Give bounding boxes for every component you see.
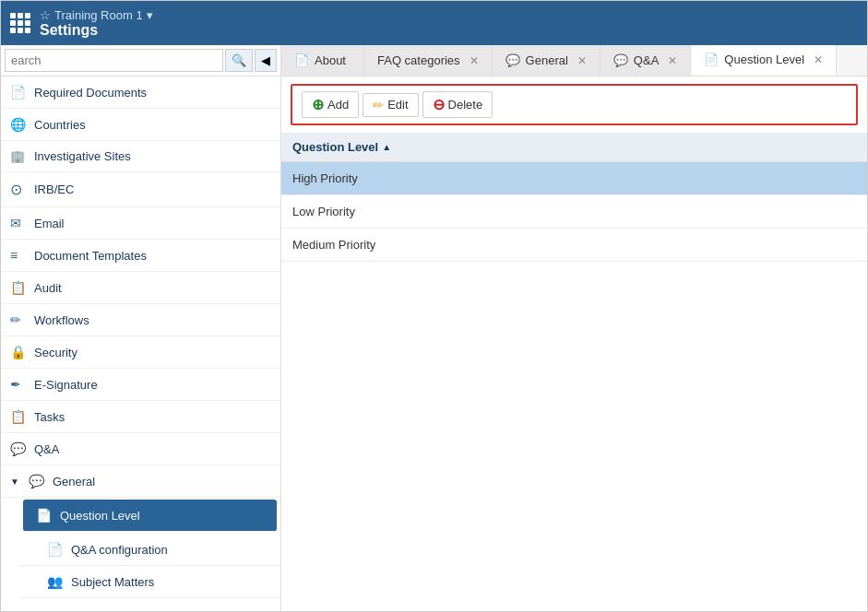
sidebar-item-label: Document Templates [34, 249, 147, 263]
sidebar-item-label: Tasks [34, 410, 65, 424]
document-templates-icon: ≡ [10, 248, 27, 263]
table-header: Question Level ▲ [281, 133, 867, 162]
general-icon: 💬 [29, 474, 45, 488]
tab-qna[interactable]: 💬 Q&A ✕ [600, 45, 691, 76]
tab-label: Question Level [724, 53, 804, 66]
e-signature-icon: ✒ [10, 377, 27, 392]
about-tab-icon: 📄 [294, 53, 309, 67]
investigative-sites-icon: 🏢 [10, 149, 27, 163]
countries-icon: 🌐 [10, 117, 27, 132]
tab-about[interactable]: 📄 About [281, 45, 364, 76]
sidebar-item-investigative-sites[interactable]: 🏢 Investigative Sites [1, 141, 280, 172]
main-area: 🔍 ◀ 📄 Required Documents 🌐 Countries 🏢 I… [1, 45, 867, 611]
sidebar-item-qna[interactable]: 💬 Q&A [1, 433, 280, 465]
top-bar: ☆ Training Room 1 ▾ Settings [1, 1, 867, 45]
qna-tab-icon: 💬 [613, 53, 628, 67]
add-button[interactable]: ⊕ Add [302, 91, 359, 118]
sidebar-item-general[interactable]: ▼ 💬 General [1, 465, 280, 498]
sidebar-item-e-signature[interactable]: ✒ E-Signature [1, 369, 280, 401]
general-tab-icon: 💬 [505, 53, 520, 67]
audit-icon: 📋 [10, 280, 27, 295]
top-bar-title: ☆ Training Room 1 ▾ Settings [40, 8, 153, 39]
sidebar-item-label: Security [34, 346, 77, 359]
tab-faq-categories[interactable]: FAQ categories ✕ [364, 45, 493, 76]
delete-icon: ⊖ [433, 96, 445, 113]
sidebar-item-document-templates[interactable]: ≡ Document Templates [1, 240, 280, 272]
row-label: Medium Priority [292, 238, 375, 252]
row-label: Low Priority [292, 205, 355, 218]
room-selector[interactable]: ☆ Training Room 1 ▾ [40, 8, 153, 22]
expand-icon: ▼ [10, 477, 19, 487]
required-documents-icon: 📄 [10, 85, 27, 100]
collapse-button[interactable]: ◀ [255, 49, 277, 72]
sidebar-item-required-documents[interactable]: 📄 Required Documents [1, 76, 280, 109]
sort-arrow-icon: ▲ [382, 142, 391, 152]
sidebar-list: 📄 Required Documents 🌐 Countries 🏢 Inves… [1, 76, 280, 611]
tab-label: About [315, 53, 346, 67]
tab-close-faq[interactable]: ✕ [470, 54, 479, 67]
sidebar-item-label: E-Signature [34, 378, 98, 392]
tab-close-question-level[interactable]: ✕ [814, 53, 823, 66]
security-icon: 🔒 [10, 345, 27, 359]
sidebar-item-countries[interactable]: 🌐 Countries [1, 109, 280, 141]
sidebar-item-subject-matters[interactable]: 👥 Subject Matters [19, 566, 280, 598]
sidebar-item-audit[interactable]: 📋 Audit [1, 272, 280, 304]
sidebar-item-label: Question Level [60, 509, 140, 523]
settings-title: Settings [40, 22, 153, 39]
edit-icon: ✏ [373, 98, 384, 112]
subject-matters-icon: 👥 [47, 574, 64, 589]
qna-config-icon: 📄 [47, 542, 64, 557]
sidebar-item-question-level[interactable]: 📄 Question Level [23, 500, 277, 532]
star-icon: ☆ [40, 8, 51, 22]
tab-general[interactable]: 💬 General ✕ [493, 45, 600, 76]
sidebar-item-label: Investigative Sites [34, 149, 131, 163]
app-container: ☆ Training Room 1 ▾ Settings 🔍 ◀ 📄 Requi… [0, 0, 868, 612]
sidebar-item-label: Subject Matters [71, 575, 154, 589]
add-icon: ⊕ [312, 96, 324, 113]
table-row[interactable]: Medium Priority [281, 229, 867, 262]
toolbar: ⊕ Add ✏ Edit ⊖ Delete [291, 84, 858, 125]
question-level-icon: 📄 [36, 508, 53, 523]
irb-ec-icon: ⊙ [10, 181, 27, 198]
add-label: Add [327, 98, 349, 112]
sidebar-item-label: Required Documents [34, 86, 147, 100]
question-level-tab-icon: 📄 [704, 53, 719, 66]
sidebar-item-label: Workflows [34, 313, 89, 327]
sidebar-item-qna-configuration[interactable]: 📄 Q&A configuration [19, 534, 280, 566]
sidebar-item-label: Countries [34, 118, 86, 132]
sidebar-item-label: Q&A configuration [71, 543, 168, 557]
sidebar-item-tasks[interactable]: 📋 Tasks [1, 401, 280, 433]
room-name: Training Room 1 [54, 8, 143, 22]
sidebar-item-email[interactable]: ✉ Email [1, 207, 280, 240]
toolbar-wrapper: ⊕ Add ✏ Edit ⊖ Delete [281, 76, 867, 133]
sidebar-item-security[interactable]: 🔒 Security [1, 336, 280, 369]
tab-label: General [526, 53, 568, 67]
search-input[interactable] [5, 49, 223, 72]
sidebar-item-label: Audit [34, 281, 62, 295]
edit-button[interactable]: ✏ Edit [363, 93, 418, 117]
general-children: 📄 Question Level 📄 Q&A configuration 👥 S… [1, 500, 280, 598]
sidebar-item-irb-ec[interactable]: ⊙ IRB/EC [1, 172, 280, 207]
search-button[interactable]: 🔍 [225, 49, 253, 72]
edit-label: Edit [387, 98, 408, 112]
table-area: Question Level ▲ High Priority Low Prior… [281, 133, 867, 611]
search-bar: 🔍 ◀ [1, 45, 280, 76]
sidebar-item-label: IRB/EC [34, 182, 74, 196]
workflows-icon: ✏ [10, 312, 27, 327]
sidebar-item-label: General [53, 475, 95, 488]
tab-label: FAQ categories [377, 53, 460, 67]
tab-question-level[interactable]: 📄 Question Level ✕ [691, 45, 837, 76]
content-area: 📄 About FAQ categories ✕ 💬 General ✕ 💬 Q… [281, 45, 867, 611]
sidebar-item-workflows[interactable]: ✏ Workflows [1, 304, 280, 336]
tab-close-qna[interactable]: ✕ [668, 54, 677, 67]
qna-icon: 💬 [10, 441, 27, 456]
tasks-icon: 📋 [10, 409, 27, 424]
delete-button[interactable]: ⊖ Delete [422, 91, 493, 118]
grid-icon[interactable] [10, 13, 30, 33]
sidebar-item-label: Email [34, 217, 65, 230]
tab-close-general[interactable]: ✕ [577, 54, 587, 67]
delete-label: Delete [448, 98, 483, 112]
table-row[interactable]: Low Priority [281, 195, 867, 229]
table-row[interactable]: High Priority [281, 162, 867, 195]
column-label: Question Level [292, 140, 378, 154]
